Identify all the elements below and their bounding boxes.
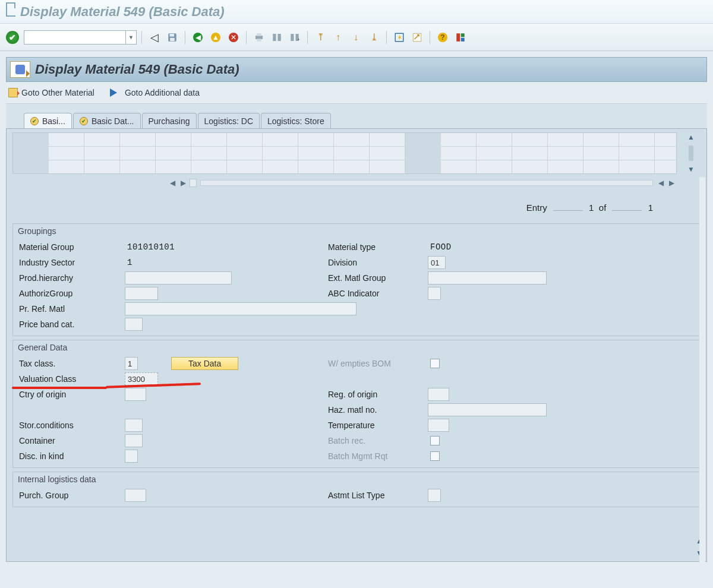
last-page-icon[interactable]: ⤓ <box>366 30 381 45</box>
label-stor-conditions: Stor.conditions <box>18 421 125 430</box>
goto-additional-data-link[interactable]: Goto Additional data <box>109 88 200 97</box>
field-temperature[interactable] <box>428 419 449 432</box>
print-icon[interactable] <box>251 30 267 45</box>
scroll-right-icon[interactable]: ▶ <box>666 178 677 188</box>
label-industry-sector: Industry Sector <box>18 258 125 267</box>
ok-enter-button[interactable]: ✔ <box>6 31 19 44</box>
document-icon <box>6 7 15 17</box>
scroll-right-icon[interactable]: ▶ <box>178 178 188 188</box>
scroll-up-icon[interactable]: ▲ <box>686 132 696 142</box>
tab-purchasing[interactable]: Purchasing <box>142 113 197 129</box>
shortcut-icon[interactable] <box>409 30 425 45</box>
label-haz-matl-no: Haz. matl no. <box>327 405 428 415</box>
label-w-empties-bom: W/ empties BOM <box>327 359 428 368</box>
back-icon[interactable]: ◁ <box>147 30 162 45</box>
checkbox-batch-rec[interactable] <box>430 436 440 445</box>
check-icon: ✔ <box>80 117 88 125</box>
svg-rect-7 <box>278 34 281 41</box>
goto-other-material-link[interactable]: Goto Other Material <box>8 88 94 97</box>
field-astmt-list-type[interactable] <box>428 489 441 502</box>
label-division: Division <box>327 258 428 267</box>
label-batch-rec: Batch rec. <box>327 436 428 445</box>
label-disc-in-kind: Disc. in kind <box>18 451 125 461</box>
page-title: Display Material 549 (Basic Data) <box>35 62 239 77</box>
label-temperature: Temperature <box>327 421 428 430</box>
label-abc-indicator: ABC Indicator <box>327 289 428 298</box>
checkbox-w-empties-bom[interactable] <box>430 359 440 368</box>
next-page-icon[interactable]: ↓ <box>348 30 364 45</box>
field-valuation-class[interactable]: 3300 <box>125 372 158 385</box>
field-tax-class[interactable]: 1 <box>125 357 138 370</box>
tax-data-button[interactable]: Tax Data <box>171 357 238 370</box>
value-material-type: FOOD <box>428 241 454 253</box>
help-icon[interactable]: ? <box>435 30 450 45</box>
new-session-icon[interactable]: ✶ <box>392 30 407 45</box>
link-label: Goto Additional data <box>125 88 200 97</box>
layout-icon[interactable] <box>453 30 468 45</box>
arrow-right-icon <box>110 88 121 97</box>
field-ext-matl-group[interactable] <box>428 271 547 284</box>
command-field[interactable]: ▼ <box>24 30 137 45</box>
section-groupings: Groupings Material Group 101010101 Mater… <box>12 223 701 336</box>
svg-rect-1 <box>170 34 175 37</box>
back-green-icon[interactable]: ◀ <box>190 30 206 45</box>
action-links: Goto Other Material Goto Additional data <box>6 82 707 104</box>
field-haz-matl-no[interactable] <box>428 403 547 416</box>
field-stor-conditions[interactable] <box>125 419 143 432</box>
section-title: Internal logistics data <box>13 472 700 486</box>
cancel-red-icon[interactable]: ✕ <box>226 30 241 45</box>
tab-strip: ✔Basi... ✔Basic Dat... Purchasing Logist… <box>6 112 707 128</box>
material-icon <box>8 88 18 97</box>
field-ctry-of-origin[interactable] <box>125 388 146 401</box>
check-icon: ✔ <box>30 117 39 125</box>
tab-logistics-dc[interactable]: Logistics: DC <box>198 113 260 129</box>
svg-rect-16 <box>461 37 465 41</box>
value-industry-sector: 1 <box>125 257 135 268</box>
field-abc-indicator[interactable] <box>428 287 441 300</box>
scroll-left-icon[interactable]: ◀ <box>167 178 178 188</box>
svg-rect-4 <box>257 33 261 36</box>
label-reg-of-origin: Reg. of origin <box>327 390 428 399</box>
table-vertical-scroll[interactable]: ▲ ▼ <box>685 132 697 174</box>
svg-text:✶: ✶ <box>397 33 402 40</box>
svg-rect-3 <box>255 36 263 39</box>
panel-title-bar: Display Material 549 (Basic Data) <box>6 57 707 82</box>
svg-rect-5 <box>257 39 261 42</box>
field-prod-hierarchy[interactable] <box>125 271 232 284</box>
tab-basic-1[interactable]: ✔Basi... <box>24 113 72 129</box>
scroll-left-icon[interactable]: ◀ <box>655 178 666 188</box>
field-reg-of-origin[interactable] <box>428 388 449 401</box>
field-purch-group[interactable] <box>125 489 146 502</box>
display-mode-icon[interactable] <box>10 61 30 78</box>
label-valuation-class: Valuation Class <box>18 374 125 384</box>
find-icon[interactable] <box>269 30 285 45</box>
table-header-grid <box>12 132 677 174</box>
tab-logistics-store[interactable]: Logistics: Store <box>261 113 331 129</box>
first-page-icon[interactable]: ⤒ <box>313 30 328 45</box>
field-authoriz-group[interactable] <box>125 287 158 300</box>
outer-vertical-scrollbar[interactable] <box>698 177 706 576</box>
scroll-down-icon[interactable]: ▼ <box>686 165 696 174</box>
tab-content: ▲ ▼ ◀ ▶ ◀ ▶ Entry <box>6 128 707 562</box>
svg-rect-14 <box>456 33 460 42</box>
annotation-underline <box>12 387 107 389</box>
title-bar: Display Material 549 (Basic Data) <box>0 0 713 24</box>
tab-basic-2[interactable]: ✔Basic Dat... <box>73 113 141 129</box>
table-horizontal-scroll[interactable]: ◀ ▶ ◀ ▶ <box>12 178 701 188</box>
prev-page-icon[interactable]: ↑ <box>330 30 346 45</box>
save-icon[interactable] <box>165 30 180 45</box>
exit-yellow-icon[interactable]: ▲ <box>208 30 223 45</box>
label-material-group: Material Group <box>18 242 125 252</box>
entry-counter: Entry 1 of 1 <box>12 188 701 223</box>
field-price-band-cat[interactable] <box>125 318 143 331</box>
link-label: Goto Other Material <box>21 88 94 97</box>
chevron-down-icon[interactable]: ▼ <box>125 31 136 44</box>
field-container[interactable] <box>125 434 143 447</box>
field-pr-ref-matl[interactable] <box>125 302 356 315</box>
field-disc-in-kind[interactable] <box>125 450 138 463</box>
find-next-icon[interactable]: + <box>287 30 302 45</box>
checkbox-batch-mgmt-rqt[interactable] <box>430 451 440 461</box>
field-division[interactable]: 01 <box>428 256 446 269</box>
label-astmt-list-type: Astmt List Type <box>327 491 428 500</box>
label-container: Container <box>18 436 125 445</box>
